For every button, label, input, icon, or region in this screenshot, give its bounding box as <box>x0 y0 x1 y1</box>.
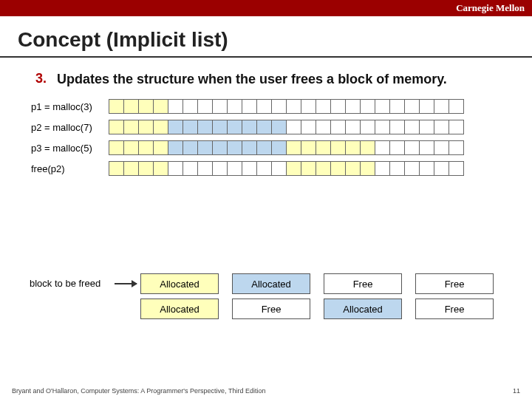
heap-cell <box>316 120 331 134</box>
heap-cell <box>153 140 168 155</box>
heap-diagram: p1 = malloc(3)p2 = malloc(7)p3 = malloc(… <box>0 98 532 177</box>
heap-cell <box>360 120 375 134</box>
status-block: Free <box>232 299 310 319</box>
heap-cell <box>138 140 154 155</box>
heap-cell <box>256 161 272 176</box>
heap-cell <box>286 99 301 114</box>
heap-cell <box>389 120 405 134</box>
heap-cell <box>360 161 375 176</box>
heap-cell <box>242 161 257 176</box>
page-number: 11 <box>513 387 520 395</box>
heap-cell <box>212 161 228 176</box>
heap-cell <box>434 161 449 176</box>
heap-cell <box>316 161 331 176</box>
slide-title: Concept (Implicit list) <box>0 16 532 56</box>
heap-cell <box>419 99 434 114</box>
heap-cell <box>123 99 139 114</box>
title-underline <box>0 56 532 58</box>
heap-cell <box>389 140 405 155</box>
status-block: Free <box>324 273 402 294</box>
heap-row: p2 = malloc(7) <box>31 119 510 135</box>
heap-cell <box>212 140 228 155</box>
heap-cell <box>286 120 301 134</box>
heap-cell <box>212 120 228 134</box>
heap-cell <box>242 99 257 114</box>
status-block: Free <box>415 299 494 319</box>
heap-cell <box>183 161 198 176</box>
heap-cell <box>345 161 361 176</box>
heap-cell <box>345 120 361 134</box>
heap-cells <box>109 99 464 114</box>
bullet-number: 3. <box>35 71 47 88</box>
heap-cells <box>109 120 464 134</box>
heap-cell <box>227 120 242 134</box>
heap-cell <box>360 140 375 155</box>
heap-row-label: p2 = malloc(7) <box>31 122 109 133</box>
heap-cell <box>301 120 316 134</box>
heap-cell <box>404 161 420 176</box>
heap-cell <box>330 161 346 176</box>
footer-citation: Bryant and O'Hallaron, Computer Systems:… <box>12 387 265 395</box>
heap-cell <box>212 99 228 114</box>
status-block: Allocated <box>232 273 310 294</box>
heap-cells <box>109 140 464 155</box>
heap-cell <box>197 161 213 176</box>
heap-cell <box>286 140 301 155</box>
heap-cell <box>404 120 420 134</box>
heap-row-label: p1 = malloc(3) <box>31 101 109 112</box>
heap-cell <box>242 120 257 134</box>
heap-cell <box>109 140 124 155</box>
heap-cell <box>109 99 124 114</box>
heap-cell <box>345 99 361 114</box>
heap-row: p1 = malloc(3) <box>31 98 510 115</box>
heap-cell <box>183 99 198 114</box>
heap-cell <box>168 120 183 134</box>
heap-cell <box>271 99 287 114</box>
heap-cell <box>123 140 139 155</box>
heap-cell <box>330 120 346 134</box>
heap-cell <box>138 99 154 114</box>
block-row: AllocatedFreeAllocatedFree <box>140 299 494 319</box>
heap-row: p3 = malloc(5) <box>31 140 510 156</box>
status-block: Allocated <box>140 299 219 319</box>
heap-cell <box>183 140 198 155</box>
heap-cell <box>271 161 287 176</box>
heap-row-label: free(p2) <box>31 163 109 174</box>
heap-cell <box>404 140 420 155</box>
heap-cell <box>256 99 272 114</box>
heap-cell <box>419 140 434 155</box>
heap-cell <box>434 99 449 114</box>
heap-cell <box>360 99 375 114</box>
heap-cell <box>419 161 434 176</box>
heap-cell <box>301 140 316 155</box>
heap-cell <box>197 99 213 114</box>
heap-cell <box>330 140 346 155</box>
heap-cell <box>153 120 168 134</box>
heap-cell <box>197 140 213 155</box>
heap-row: free(p2) <box>31 160 510 177</box>
heap-cell <box>449 120 464 134</box>
heap-cell <box>227 99 242 114</box>
heap-cell <box>434 140 449 155</box>
heap-cell <box>168 99 183 114</box>
heap-cell <box>153 161 168 176</box>
brand-label: Carnegie Mellon <box>456 2 525 14</box>
status-block: Allocated <box>140 273 219 294</box>
arrow-icon <box>111 283 140 284</box>
block-row: AllocatedAllocatedFreeFree <box>140 273 494 294</box>
heap-cell <box>256 120 272 134</box>
heap-cell <box>138 120 154 134</box>
footer: Bryant and O'Hallaron, Computer Systems:… <box>0 387 532 395</box>
heap-cell <box>330 99 346 114</box>
heap-cell <box>375 161 390 176</box>
status-block: Free <box>415 273 494 294</box>
heap-cell <box>449 140 464 155</box>
heap-cell <box>375 99 390 114</box>
heap-cell <box>449 161 464 176</box>
heap-cell <box>434 120 449 134</box>
free-label: block to be freed <box>30 279 111 289</box>
heap-cell <box>138 161 154 176</box>
heap-cell <box>109 120 124 134</box>
heap-row-label: p3 = malloc(5) <box>31 143 109 154</box>
heap-cell <box>301 161 316 176</box>
